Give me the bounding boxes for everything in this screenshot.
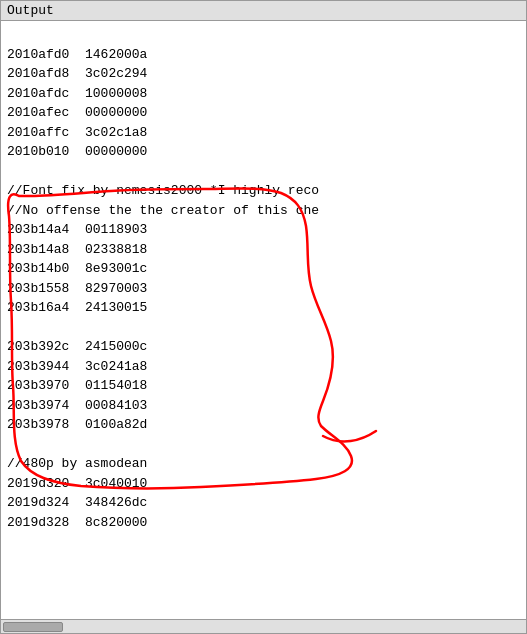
- output-title: Output: [1, 1, 526, 21]
- scrollbar-thumb[interactable]: [3, 622, 63, 632]
- output-panel: Output 2010afd0 1462000a 2010afd8 3c02c2…: [0, 0, 527, 634]
- horizontal-scrollbar[interactable]: [1, 619, 526, 633]
- output-text: 2010afd0 1462000a 2010afd8 3c02c294 2010…: [7, 25, 520, 532]
- output-content[interactable]: 2010afd0 1462000a 2010afd8 3c02c294 2010…: [1, 21, 526, 619]
